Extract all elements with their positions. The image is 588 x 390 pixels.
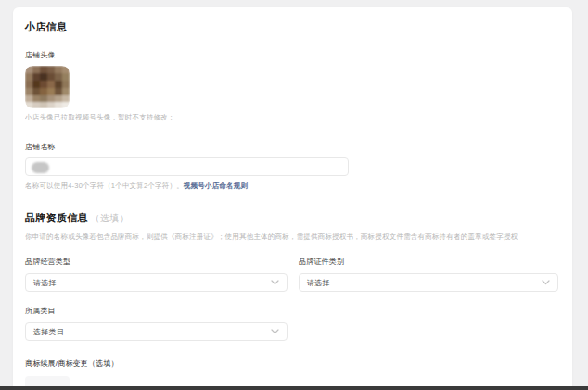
category-field: 所属类目 选择类目 [25,306,288,341]
brand-operation-type-value: 请选择 [33,278,57,288]
section-title-brand-info: 品牌资质信息（选填） [25,211,558,225]
brand-title-optional-suffix: （选填） [91,213,129,223]
shop-name-input[interactable] [26,161,348,178]
shop-name-label: 店铺名称 [25,142,558,152]
trademark-upload-button[interactable]: + [25,376,70,386]
shop-avatar-label: 店铺头像 [25,50,558,60]
bottom-edge-bar [0,386,588,390]
brand-certificate-type-label: 品牌证件类别 [299,257,558,267]
category-label: 所属类目 [25,306,288,316]
naming-rules-link[interactable]: 视频号小店命名规则 [184,182,248,190]
chevron-down-icon [271,280,279,285]
brand-operation-type-field: 品牌经营类型 请选择 [25,257,288,292]
shop-name-help-text: 名称可以使用4-30个字符（1个中文算2个字符）。 [25,182,184,190]
chevron-down-icon [271,329,279,334]
chevron-down-icon [542,280,550,285]
brand-title-text: 品牌资质信息 [25,212,88,223]
section-title-shop-info: 小店信息 [25,20,558,34]
brand-operation-type-label: 品牌经营类型 [25,257,288,267]
brand-operation-type-select[interactable]: 请选择 [25,273,288,292]
trademark-renewal-label: 商标续展/商标变更（选填） [25,359,558,369]
brand-description: 你申请的名称或头像若包含品牌商标，则提供《商标注册证》；使用其他主体的商标，需提… [25,233,558,242]
shop-settings-card: 小店信息 店铺头像 小店头像已拉取视频号头像，暂时不支持修改； 店铺名称 名称可… [13,7,572,386]
shop-name-help: 名称可以使用4-30个字符（1个中文算2个字符）。视频号小店命名规则 [25,182,558,191]
shop-avatar-image [25,66,70,108]
avatar-note: 小店头像已拉取视频号头像，暂时不支持修改； [25,113,558,122]
brand-certificate-type-value: 请选择 [307,278,330,288]
category-select[interactable]: 选择类目 [25,322,288,341]
brand-certificate-type-field: 品牌证件类别 请选择 [299,257,558,292]
shop-name-field [25,157,349,176]
category-value: 选择类目 [33,327,64,337]
avatar-mosaic [25,66,70,108]
brand-fields-row: 品牌经营类型 请选择 品牌证件类别 请选择 [25,257,558,292]
brand-certificate-type-select[interactable]: 请选择 [299,273,558,292]
